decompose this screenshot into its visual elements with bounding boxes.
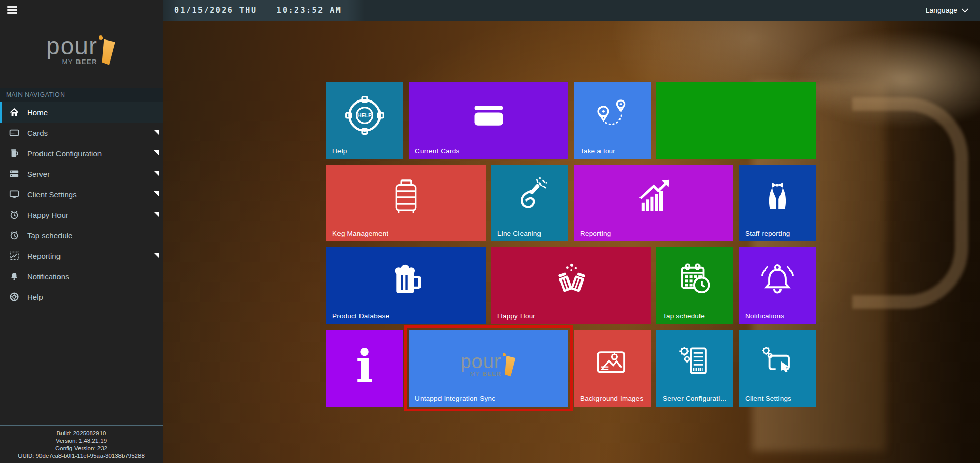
main-navigation: HomeCardsProduct ConfigurationServerClie… xyxy=(0,102,163,307)
sidebar-item-help[interactable]: Help xyxy=(0,287,163,307)
language-label: Language xyxy=(926,6,957,14)
spray-hose-icon xyxy=(507,175,552,220)
tile-happy-hour[interactable]: Happy Hour xyxy=(491,247,651,324)
sidebar-item-label: Client Settings xyxy=(27,190,77,199)
tile-label: Client Settings xyxy=(745,395,791,402)
pourmybeer-logo: pourMY BEER xyxy=(460,353,516,377)
lifebuoy-icon xyxy=(9,292,19,302)
info-icon: i xyxy=(356,344,373,389)
tile-label: Line Cleaning xyxy=(497,230,541,237)
tile-take-a-tour[interactable]: Take a tour xyxy=(574,82,651,159)
submenu-caret-icon xyxy=(154,212,159,217)
tile-reporting[interactable]: Reporting xyxy=(574,165,733,241)
submenu-caret-icon xyxy=(154,191,159,197)
sidebar-item-label: Cards xyxy=(27,129,48,137)
sidebar-item-client-settings[interactable]: Client Settings xyxy=(0,184,163,205)
date-display: 01/15/2026 THU xyxy=(174,6,257,15)
image-gear-icon xyxy=(590,340,635,386)
tile-background-images[interactable]: Background Images xyxy=(574,330,651,407)
sidebar: pour MY BEER MAIN NAVIGATION HomeCardsPr… xyxy=(0,0,163,463)
sidebar-item-server[interactable]: Server xyxy=(0,164,163,184)
uuid-info: UUID: 90de7ca8-b0f1-11ef-95aa-30138b7952… xyxy=(2,452,161,460)
client-touch-icon xyxy=(755,340,800,386)
chart-icon xyxy=(9,251,19,261)
tile-keg-management[interactable]: Keg Management xyxy=(326,165,486,241)
tile-empty[interactable] xyxy=(656,82,816,159)
sidebar-item-label: Product Configuration xyxy=(27,149,102,158)
nav-section-header: MAIN NAVIGATION xyxy=(0,88,163,102)
logo-word: pour xyxy=(460,353,501,370)
lifebuoy-help-icon: HELP xyxy=(342,93,387,138)
sidebar-item-label: Notifications xyxy=(27,272,69,281)
sidebar-item-label: Home xyxy=(27,108,48,117)
tile-help[interactable]: HELPHelp xyxy=(326,82,403,159)
tile-info[interactable]: i xyxy=(326,330,403,407)
main-content: 01/15/2026 THU 10:23:52 AM Language HELP… xyxy=(163,0,980,463)
build-info: Build: 2025082910 xyxy=(2,430,161,437)
tile-server-configurati[interactable]: Server Configurati... xyxy=(656,330,733,407)
tile-label: Happy Hour xyxy=(497,312,535,320)
svg-text:HELP: HELP xyxy=(357,112,372,118)
pourmybeer-logo: pour MY BEER xyxy=(0,36,163,66)
tile-label: Reporting xyxy=(580,230,611,237)
language-dropdown[interactable]: Language xyxy=(926,0,967,21)
tile-label: Take a tour xyxy=(580,147,615,155)
submenu-caret-icon xyxy=(154,150,159,156)
bell-icon xyxy=(9,271,19,281)
sidebar-item-cards[interactable]: Cards xyxy=(0,123,163,143)
tile-label: Background Images xyxy=(580,395,643,402)
submenu-caret-icon xyxy=(154,171,159,176)
waiter-vest-icon xyxy=(755,175,800,220)
keg-icon xyxy=(384,175,429,220)
map-tour-icon xyxy=(590,93,635,138)
tile-label: Untappd Integration Sync xyxy=(415,395,495,402)
mug-icon xyxy=(9,148,19,158)
chevron-down-icon xyxy=(961,5,968,12)
server-icon xyxy=(9,169,19,179)
bell-ring-icon xyxy=(755,258,800,303)
submenu-caret-icon xyxy=(154,253,159,258)
logo-word: pour xyxy=(46,36,97,56)
sidebar-item-notifications[interactable]: Notifications xyxy=(0,266,163,287)
bar-chart-arrow-icon xyxy=(631,175,676,220)
sidebar-item-label: Server xyxy=(27,170,50,178)
tile-current-cards[interactable]: Current Cards xyxy=(409,82,568,159)
tile-notifications[interactable]: Notifications xyxy=(739,247,816,324)
tile-grid: HELPHelpCurrent CardsTake a tourKeg Mana… xyxy=(326,82,816,407)
tile-line-cleaning[interactable]: Line Cleaning xyxy=(491,165,568,241)
tile-untappd-integration-sync[interactable]: pourMY BEERUntappd Integration Sync xyxy=(409,330,568,407)
calendar-clock-icon xyxy=(672,258,717,303)
server-gear-icon xyxy=(672,340,717,386)
topbar: 01/15/2026 THU 10:23:52 AM Language xyxy=(163,0,980,21)
beer-glass-icon xyxy=(503,353,517,377)
sidebar-item-tap-schedule[interactable]: Tap schedule xyxy=(0,225,163,246)
clock-icon xyxy=(9,210,19,220)
time-display: 10:23:52 AM xyxy=(276,6,342,15)
tile-client-settings[interactable]: Client Settings xyxy=(739,330,816,407)
card-icon xyxy=(9,128,19,138)
hamburger-menu-icon[interactable] xyxy=(7,6,17,14)
sidebar-item-label: Happy Hour xyxy=(27,211,68,219)
datetime-display: 01/15/2026 THU 10:23:52 AM xyxy=(163,0,365,21)
tile-tap-schedule[interactable]: Tap schedule xyxy=(656,247,733,324)
sidebar-item-label: Help xyxy=(27,293,43,301)
beer-glass-icon xyxy=(99,36,116,66)
tile-label: Product Database xyxy=(332,312,389,320)
tile-product-database[interactable]: Product Database xyxy=(326,247,486,324)
credit-card-icon xyxy=(466,93,511,138)
tile-staff-reporting[interactable]: Staff reporting xyxy=(739,165,816,241)
tile-label: Server Configurati... xyxy=(663,395,726,402)
sidebar-item-happy-hour[interactable]: Happy Hour xyxy=(0,205,163,225)
tile-label: Keg Management xyxy=(332,230,388,237)
sidebar-item-reporting[interactable]: Reporting xyxy=(0,246,163,266)
beer-mug-icon xyxy=(384,258,429,303)
config-version-info: Config-Version: 232 xyxy=(2,445,161,452)
version-info: Version: 1.48.21.19 xyxy=(2,437,161,445)
submenu-caret-icon xyxy=(154,130,159,135)
sidebar-footer: Build: 2025082910 Version: 1.48.21.19 Co… xyxy=(0,425,163,463)
tile-label: Notifications xyxy=(745,312,784,320)
cheers-mugs-icon xyxy=(549,258,594,303)
sidebar-item-home[interactable]: Home xyxy=(0,102,163,123)
sidebar-item-product-configuration[interactable]: Product Configuration xyxy=(0,143,163,164)
tile-label: Help xyxy=(332,147,347,155)
